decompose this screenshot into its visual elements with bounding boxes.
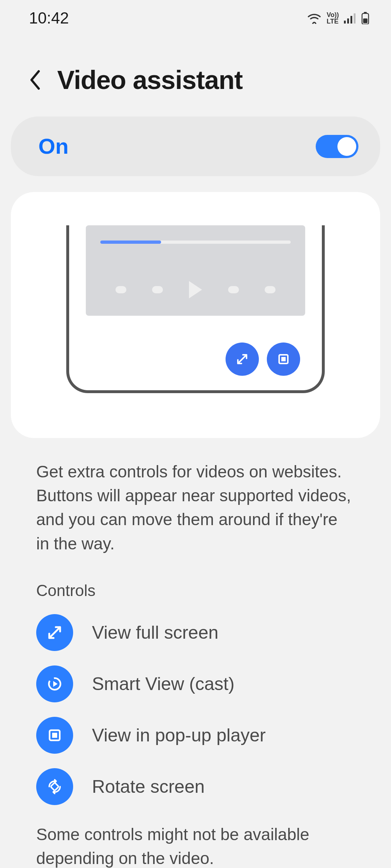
control-label: Smart View (cast) bbox=[92, 673, 235, 694]
phone-frame-illustration bbox=[66, 225, 325, 393]
page-title: Video assistant bbox=[57, 65, 243, 95]
svg-rect-1 bbox=[347, 18, 349, 24]
footnote-text: Some controls might not be available dep… bbox=[36, 822, 355, 868]
status-icons: Vo)) LTE bbox=[307, 12, 369, 25]
master-toggle-row[interactable]: On bbox=[11, 116, 380, 176]
control-label: View full screen bbox=[92, 622, 218, 643]
svg-rect-11 bbox=[52, 733, 57, 738]
svg-rect-0 bbox=[344, 21, 346, 24]
floating-buttons bbox=[226, 342, 300, 376]
toggle-switch[interactable] bbox=[316, 135, 358, 158]
placeholder-dot bbox=[265, 286, 276, 293]
status-time: 10:42 bbox=[29, 9, 69, 27]
play-icon bbox=[189, 281, 202, 298]
video-placeholder bbox=[86, 225, 305, 316]
status-bar: 10:42 Vo)) LTE bbox=[0, 0, 391, 36]
chevron-left-icon bbox=[29, 70, 41, 90]
wifi-icon bbox=[307, 12, 321, 24]
battery-icon bbox=[361, 12, 369, 24]
back-button[interactable] bbox=[25, 71, 44, 89]
svg-rect-12 bbox=[51, 783, 59, 791]
svg-rect-6 bbox=[363, 18, 367, 23]
header: Video assistant bbox=[0, 36, 391, 116]
expand-icon bbox=[36, 614, 73, 651]
preview-card bbox=[11, 192, 380, 438]
popup-icon bbox=[276, 352, 291, 366]
expand-icon bbox=[235, 352, 249, 366]
control-label: Rotate screen bbox=[92, 776, 205, 797]
placeholder-dot bbox=[115, 286, 126, 293]
video-progress-bar bbox=[100, 241, 291, 244]
description-text: Get extra controls for videos on website… bbox=[36, 460, 355, 556]
placeholder-dot bbox=[228, 286, 239, 293]
popup-icon bbox=[36, 717, 73, 754]
popup-float-button bbox=[267, 342, 300, 376]
control-item-popup: View in pop-up player bbox=[36, 717, 355, 754]
expand-float-button bbox=[226, 342, 259, 376]
svg-rect-2 bbox=[350, 16, 352, 24]
video-controls-row bbox=[86, 281, 305, 298]
control-label: View in pop-up player bbox=[92, 725, 266, 746]
controls-section-label: Controls bbox=[36, 582, 355, 600]
toggle-label: On bbox=[38, 134, 68, 159]
rotate-icon bbox=[36, 768, 73, 805]
content-area: Get extra controls for videos on website… bbox=[0, 438, 391, 868]
volte-lte-icon: Vo)) LTE bbox=[327, 12, 339, 25]
svg-rect-8 bbox=[281, 357, 286, 361]
placeholder-dot bbox=[152, 286, 163, 293]
control-item-smartview: Smart View (cast) bbox=[36, 665, 355, 702]
control-item-fullscreen: View full screen bbox=[36, 614, 355, 651]
control-item-rotate: Rotate screen bbox=[36, 768, 355, 805]
svg-rect-3 bbox=[354, 13, 356, 24]
cast-icon bbox=[36, 665, 73, 702]
signal-icon bbox=[344, 13, 356, 24]
